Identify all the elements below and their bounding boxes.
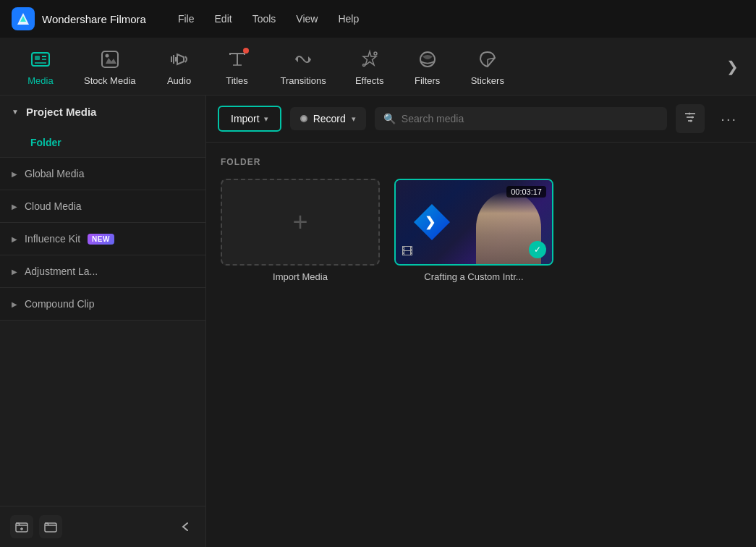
- video-media-card[interactable]: ❯ 00:03:17 ✓ 🎞 Crafting a Custom Intr...: [394, 179, 553, 282]
- video-background: ❯ 00:03:17 ✓ 🎞: [396, 180, 552, 264]
- import-chevron-icon: ▾: [264, 114, 268, 124]
- new-folder-button[interactable]: [39, 515, 62, 538]
- video-play-decor: ❯: [425, 214, 436, 230]
- sidebar-item-influence-kit[interactable]: ▶ Influence Kit NEW: [0, 223, 205, 255]
- svg-point-16: [362, 64, 365, 67]
- transitions-icon: [290, 46, 316, 72]
- toolbar-audio[interactable]: Audio: [150, 41, 208, 92]
- import-media-label: Import Media: [221, 271, 380, 282]
- toolbar-titles[interactable]: Titles: [208, 41, 266, 92]
- toolbar-stickers[interactable]: Stickers: [456, 41, 519, 92]
- menu-bar: File Edit Tools View Help: [169, 9, 368, 29]
- svg-rect-6: [102, 51, 118, 67]
- app-logo: Wondershare Filmora: [12, 7, 146, 30]
- menu-tools[interactable]: Tools: [244, 9, 285, 29]
- media-grid: FOLDER + Import Media ❯: [206, 143, 756, 547]
- cloud-media-label: Cloud Media: [25, 200, 82, 212]
- toolbar-audio-label: Audio: [167, 75, 191, 86]
- record-button[interactable]: Record ▾: [290, 107, 366, 130]
- media-icon: [27, 46, 54, 72]
- toolbar-effects[interactable]: Effects: [341, 41, 399, 92]
- title-bar: Wondershare Filmora File Edit Tools View…: [0, 0, 756, 38]
- project-media-arrow: ▼: [12, 108, 19, 116]
- video-thumb: ❯ 00:03:17 ✓ 🎞: [394, 179, 553, 266]
- app-title: Wondershare Filmora: [42, 13, 146, 25]
- influence-kit-badge: NEW: [88, 234, 114, 245]
- search-icon: 🔍: [383, 113, 396, 124]
- video-duration-badge: 00:03:17: [506, 186, 546, 198]
- media-grid-row: + Import Media ❯ 00:03:17 ✓ 🎞: [221, 179, 742, 282]
- toolbar-filters[interactable]: Filters: [399, 41, 456, 92]
- svg-point-7: [105, 54, 109, 58]
- toolbar-transitions[interactable]: Transitions: [266, 41, 341, 92]
- toolbar-stock-label: Stock Media: [84, 75, 136, 86]
- main-content: ▼ Project Media Folder ▶ Global Media ▶ …: [0, 96, 756, 547]
- svg-point-23: [689, 113, 691, 115]
- effects-icon: [357, 46, 383, 72]
- project-media-label: Project Media: [26, 106, 97, 118]
- svg-rect-19: [45, 523, 56, 532]
- sidebar-item-adjustment[interactable]: ▶ Adjustment La...: [0, 255, 205, 287]
- influence-kit-arrow: ▶: [12, 235, 17, 243]
- toolbar: Media Stock Media Audio: [0, 38, 756, 96]
- plus-icon: +: [292, 207, 307, 237]
- film-icon: 🎞: [402, 245, 413, 258]
- sidebar-folder-item[interactable]: Folder: [0, 128, 205, 157]
- cloud-media-arrow: ▶: [12, 203, 17, 211]
- video-check-badge: ✓: [529, 241, 546, 258]
- sidebar-collapse-button[interactable]: [175, 517, 195, 537]
- record-chevron-icon: ▾: [352, 114, 356, 124]
- compound-clip-label: Compound Clip: [25, 298, 95, 310]
- sidebar-item-cloud-media[interactable]: ▶ Cloud Media: [0, 190, 205, 222]
- toolbar-media-label: Media: [27, 75, 53, 86]
- sidebar-item-global-media[interactable]: ▶ Global Media: [0, 158, 205, 190]
- audio-icon: [166, 46, 192, 72]
- toolbar-more-button[interactable]: ❯: [721, 52, 744, 81]
- content-area: Import ▾ Record ▾ 🔍: [206, 96, 756, 547]
- folder-section-label: FOLDER: [221, 157, 742, 167]
- toolbar-stock-media[interactable]: Stock Media: [69, 41, 150, 92]
- search-input[interactable]: [402, 113, 659, 124]
- import-label: Import: [231, 113, 260, 124]
- toolbar-titles-label: Titles: [226, 75, 248, 86]
- import-button[interactable]: Import ▾: [218, 106, 281, 132]
- menu-view[interactable]: View: [287, 9, 326, 29]
- more-options-button[interactable]: ···: [713, 105, 744, 133]
- svg-rect-2: [35, 56, 40, 60]
- add-folder-button[interactable]: [10, 515, 33, 538]
- record-dot-icon: [300, 115, 307, 122]
- titles-icon: [224, 46, 250, 72]
- content-toolbar: Import ▾ Record ▾ 🔍: [206, 96, 756, 143]
- menu-help[interactable]: Help: [329, 9, 368, 29]
- sidebar-footer: [0, 506, 205, 547]
- sidebar-item-project-media[interactable]: ▼ Project Media: [0, 96, 205, 128]
- video-media-label: Crafting a Custom Intr...: [394, 271, 553, 282]
- stickers-icon: [475, 46, 501, 72]
- import-media-card[interactable]: + Import Media: [221, 179, 380, 282]
- global-media-arrow: ▶: [12, 170, 17, 178]
- toolbar-media[interactable]: Media: [12, 41, 69, 92]
- app-logo-icon: [12, 7, 35, 30]
- svg-point-25: [690, 120, 692, 122]
- global-media-label: Global Media: [25, 168, 85, 179]
- svg-point-24: [692, 116, 694, 119]
- svg-rect-1: [32, 53, 49, 66]
- adjustment-arrow: ▶: [12, 268, 17, 276]
- filters-icon: [415, 46, 441, 72]
- filter-button[interactable]: [676, 104, 705, 133]
- svg-point-15: [374, 52, 377, 55]
- influence-kit-label: Influence Kit: [25, 233, 80, 245]
- toolbar-effects-label: Effects: [355, 75, 384, 86]
- menu-file[interactable]: File: [169, 9, 203, 29]
- stock-media-icon: [97, 46, 123, 72]
- toolbar-stickers-label: Stickers: [471, 75, 504, 86]
- compound-clip-arrow: ▶: [12, 300, 17, 308]
- sidebar: ▼ Project Media Folder ▶ Global Media ▶ …: [0, 96, 206, 547]
- import-media-thumb: +: [221, 179, 380, 266]
- record-label: Record: [313, 113, 346, 124]
- search-box[interactable]: 🔍: [375, 107, 668, 130]
- adjustment-label: Adjustment La...: [25, 266, 98, 277]
- sidebar-item-compound-clip[interactable]: ▶ Compound Clip: [0, 288, 205, 320]
- toolbar-transitions-label: Transitions: [281, 75, 326, 86]
- menu-edit[interactable]: Edit: [206, 9, 241, 29]
